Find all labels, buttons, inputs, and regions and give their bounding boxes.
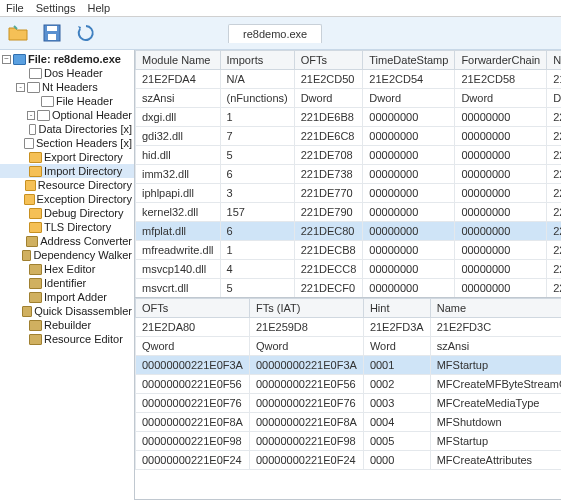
tree-item[interactable]: Quick Disassembler <box>0 304 134 318</box>
column-header[interactable]: OFTs <box>294 51 363 70</box>
table-row[interactable]: 00000000221E0F3A00000000221E0F3A0001MFSt… <box>136 355 562 374</box>
cell: kernel32.dll <box>136 203 221 222</box>
tree-item[interactable]: Dos Header <box>0 66 134 80</box>
cell: 221DECF0 <box>294 279 363 298</box>
table-row[interactable]: kernel32.dll157221DE79000000000000000002… <box>136 203 562 222</box>
cell: 00000000 <box>455 222 547 241</box>
tree-item[interactable]: Address Converter <box>0 234 134 248</box>
cell: N/A <box>220 70 294 89</box>
tree-item[interactable]: Data Directories [x] <box>0 122 134 136</box>
tree-item-label: Resource Editor <box>44 333 123 345</box>
tool-icon <box>29 264 42 275</box>
tree-item-label: Import Adder <box>44 291 107 303</box>
table-row[interactable]: 00000000221E0F8A00000000221E0F8A0004MFSh… <box>136 412 562 431</box>
table-row[interactable]: 21E2FDA4N/A21E2CD5021E2CD5421E2CD5821E2C… <box>136 70 562 89</box>
cell: 00000000 <box>455 260 547 279</box>
cell: szAnsi <box>430 336 561 355</box>
toggle-icon[interactable]: - <box>27 111 36 120</box>
tree-item[interactable]: Resource Directory <box>0 178 134 192</box>
cell: 00000000221E0F76 <box>136 393 250 412</box>
menu-file[interactable]: File <box>6 2 24 14</box>
tree-item[interactable]: Exception Directory <box>0 192 134 206</box>
table-row[interactable]: mfplat.dll6221DEC800000000000000000221E0… <box>136 222 562 241</box>
folder-icon <box>25 180 36 191</box>
collapse-icon[interactable]: − <box>2 55 11 64</box>
table-row[interactable]: QwordQwordWordszAnsi <box>136 336 562 355</box>
tree-item[interactable]: -Optional Header <box>0 108 134 122</box>
table-row[interactable]: 00000000221E0F9800000000221E0F980005MFSt… <box>136 431 562 450</box>
file-tab[interactable]: re8demo.exe <box>228 24 322 43</box>
tree-item[interactable]: Hex Editor <box>0 262 134 276</box>
table-row[interactable]: 00000000221E0F5600000000221E0F560002MFCr… <box>136 374 562 393</box>
table-row[interactable]: imm32.dll6221DE7380000000000000000221E02… <box>136 165 562 184</box>
table-row[interactable]: msvcp140.dll4221DECC80000000000000000221… <box>136 260 562 279</box>
table-row[interactable]: dxgi.dll1221DE6B80000000000000000221E016… <box>136 108 562 127</box>
column-header[interactable]: Module Name <box>136 51 221 70</box>
column-header[interactable]: Imports <box>220 51 294 70</box>
table-row[interactable]: szAnsi(nFunctions)DwordDwordDwordDwordDw… <box>136 89 562 108</box>
column-header[interactable]: OFTs <box>136 298 250 317</box>
cell: 221E0FA4 <box>547 222 561 241</box>
imports-grid[interactable]: Module NameImportsOFTsTimeDateStampForwa… <box>135 50 561 298</box>
tree-item[interactable]: TLS Directory <box>0 220 134 234</box>
cell: mfplat.dll <box>136 222 221 241</box>
table-row[interactable]: 00000000221E0F2400000000221E0F240000MFCr… <box>136 450 562 469</box>
save-button[interactable] <box>40 21 64 45</box>
tree-item[interactable]: Dependency Walker <box>0 248 134 262</box>
toolbar: re8demo.exe <box>0 17 561 50</box>
tree-item-label: Identifier <box>44 277 86 289</box>
tree-item-label: Optional Header <box>52 109 132 121</box>
cell: (nFunctions) <box>220 89 294 108</box>
table-row[interactable]: 00000000221E0F7600000000221E0F760003MFCr… <box>136 393 562 412</box>
menu-settings[interactable]: Settings <box>36 2 76 14</box>
tree-item[interactable]: Section Headers [x] <box>0 136 134 150</box>
cell: mfreadwrite.dll <box>136 241 221 260</box>
cell: 21E2CD54 <box>363 70 455 89</box>
cell: 00000000 <box>455 108 547 127</box>
tree-item[interactable]: Import Adder <box>0 290 134 304</box>
cell: 221E0F16 <box>547 203 561 222</box>
column-header[interactable]: Name <box>430 298 561 317</box>
cell: 00000000221E0F98 <box>249 431 363 450</box>
svg-rect-2 <box>48 34 56 40</box>
column-header[interactable]: TimeDateStamp <box>363 51 455 70</box>
cell: 00000000 <box>455 203 547 222</box>
table-row[interactable]: 21E2DA8021E259D821E2FD3A21E2FD3C <box>136 317 562 336</box>
cell: 00000000221E0F3A <box>249 355 363 374</box>
open-folder-button[interactable] <box>6 21 30 45</box>
tree-item[interactable]: Import Directory <box>0 164 134 178</box>
table-row[interactable]: gdi32.dll7221DE6C80000000000000000221E01… <box>136 127 562 146</box>
tree-panel: − File: re8demo.exe Dos Header-Nt Header… <box>0 50 135 500</box>
column-header[interactable]: ForwarderChain <box>455 51 547 70</box>
content-panel: Module NameImportsOFTsTimeDateStampForwa… <box>135 50 561 500</box>
tree-root[interactable]: − File: re8demo.exe <box>0 52 134 66</box>
cell: 00000000221E0F56 <box>136 374 250 393</box>
toggle-icon[interactable]: - <box>16 83 25 92</box>
functions-grid[interactable]: OFTsFTs (IAT)HintName 21E2DA8021E259D821… <box>135 298 561 501</box>
column-header[interactable]: Hint <box>363 298 430 317</box>
cell: 6 <box>220 222 294 241</box>
folder-icon <box>29 166 42 177</box>
table-row[interactable]: mfreadwrite.dll1221DECB80000000000000000… <box>136 241 562 260</box>
column-header[interactable]: FTs (IAT) <box>249 298 363 317</box>
tool-icon <box>29 278 42 289</box>
cell: 00000000 <box>455 146 547 165</box>
tree-item-label: Hex Editor <box>44 263 95 275</box>
white-icon <box>29 68 42 79</box>
refresh-button[interactable] <box>74 21 98 45</box>
tree-item[interactable]: Resource Editor <box>0 332 134 346</box>
tree-item[interactable]: Identifier <box>0 276 134 290</box>
table-row[interactable]: iphlpapi.dll3221DE7700000000000000000221… <box>136 184 562 203</box>
cell: MFStartup <box>430 431 561 450</box>
column-header[interactable]: Name RVA <box>547 51 561 70</box>
tree-item[interactable]: Rebuilder <box>0 318 134 332</box>
tree-item[interactable]: File Header <box>0 94 134 108</box>
tree-item[interactable]: Export Directory <box>0 150 134 164</box>
table-row[interactable]: hid.dll5221DE7080000000000000000221E0268… <box>136 146 562 165</box>
table-row[interactable]: msvcrt.dll5221DECF00000000000000000221E1… <box>136 279 562 298</box>
cell: 221E0268 <box>547 146 561 165</box>
cell: 00000000 <box>363 165 455 184</box>
tree-item[interactable]: Debug Directory <box>0 206 134 220</box>
tree-item[interactable]: -Nt Headers <box>0 80 134 94</box>
menu-help[interactable]: Help <box>87 2 110 14</box>
